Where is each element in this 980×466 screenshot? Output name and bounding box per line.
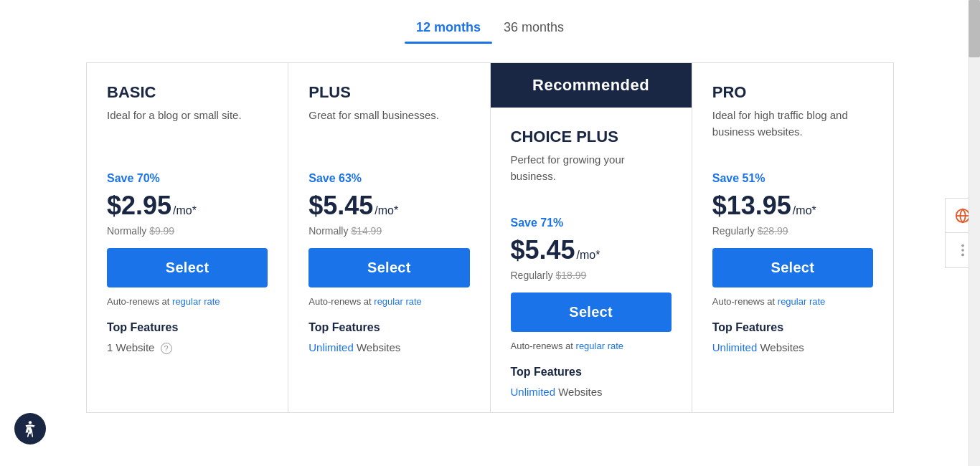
choice-plus-feature-1: Unlimited Websites bbox=[511, 386, 672, 398]
plus-plan-desc: Great for small businesses. bbox=[308, 108, 469, 158]
pro-normal-value: $28.99 bbox=[758, 225, 788, 237]
svg-point-2 bbox=[961, 244, 964, 247]
choice-plus-normal-value: $18.99 bbox=[556, 270, 587, 281]
basic-feature-1-text: 1 Website bbox=[107, 341, 154, 353]
basic-save: Save 70% bbox=[107, 172, 268, 185]
choice-plus-select-button[interactable]: Select bbox=[511, 293, 672, 332]
basic-feature-1: 1 Website ? bbox=[107, 341, 268, 354]
plan-pro: PRO Ideal for high traffic blog and busi… bbox=[692, 63, 893, 412]
basic-auto-renew-link[interactable]: regular rate bbox=[172, 296, 220, 307]
choice-plus-price-normal: Regularly $18.99 bbox=[511, 270, 672, 281]
pro-plan-desc: Ideal for high traffic blog and business… bbox=[712, 108, 873, 158]
basic-price-normal: Normally $9.99 bbox=[107, 225, 268, 237]
choice-plus-plan-desc: Perfect for growing your business. bbox=[511, 152, 672, 202]
choice-plus-save: Save 71% bbox=[511, 217, 672, 229]
plus-price-suffix: /mo* bbox=[374, 204, 398, 217]
choice-plus-price: $5.45 bbox=[511, 235, 575, 265]
basic-price-suffix: /mo* bbox=[173, 204, 197, 217]
pro-body: PRO Ideal for high traffic blog and busi… bbox=[692, 63, 893, 368]
choice-plus-plan-name: CHOICE PLUS bbox=[511, 128, 672, 146]
tab-36-months[interactable]: 36 months bbox=[492, 14, 575, 41]
pro-price-row: $13.95 /mo* bbox=[712, 191, 873, 221]
basic-plan-desc: Ideal for a blog or small site. bbox=[107, 108, 268, 158]
pro-price-normal: Regularly $28.99 bbox=[712, 225, 873, 237]
pro-feature-1b: Websites bbox=[760, 341, 804, 353]
plus-auto-renew-text: Auto-renews at bbox=[308, 296, 371, 307]
plan-plus: PLUS Great for small businesses. Save 63… bbox=[288, 63, 490, 412]
plus-normal-value: $14.99 bbox=[351, 225, 382, 237]
tab-toggle: 12 months 36 months bbox=[0, 0, 980, 62]
basic-help-icon[interactable]: ? bbox=[161, 343, 172, 354]
choice-plus-auto-renew: Auto-renews at regular rate bbox=[511, 341, 672, 351]
basic-price-row: $2.95 /mo* bbox=[107, 191, 268, 221]
plus-feature-1: Unlimited Websites bbox=[308, 341, 469, 353]
pro-auto-renew-link[interactable]: regular rate bbox=[778, 296, 825, 307]
page-wrapper: 12 months 36 months BASIC Ideal for a bl… bbox=[0, 0, 980, 413]
plan-basic: BASIC Ideal for a blog or small site. Sa… bbox=[87, 63, 288, 412]
plus-feature-1-link[interactable]: Unlimited bbox=[308, 341, 354, 353]
pro-feature-1: Unlimited Websites bbox=[712, 341, 873, 353]
pro-select-button[interactable]: Select bbox=[712, 248, 873, 287]
basic-auto-renew: Auto-renews at regular rate bbox=[107, 296, 268, 307]
plus-plan-name: PLUS bbox=[308, 83, 469, 102]
recommended-banner: Recommended bbox=[491, 63, 692, 108]
scrollbar-track[interactable] bbox=[969, 0, 980, 413]
plus-top-features-label: Top Features bbox=[308, 321, 469, 334]
basic-price: $2.95 bbox=[107, 191, 171, 221]
scrollbar-thumb[interactable] bbox=[969, 0, 980, 57]
tab-12-months[interactable]: 12 months bbox=[405, 14, 492, 41]
basic-body: BASIC Ideal for a blog or small site. Sa… bbox=[87, 63, 288, 368]
plus-price-normal: Normally $14.99 bbox=[308, 225, 469, 237]
plus-price-row: $5.45 /mo* bbox=[308, 191, 469, 221]
choice-plus-body: CHOICE PLUS Perfect for growing your bus… bbox=[491, 108, 692, 412]
basic-normal-label: Normally bbox=[107, 225, 146, 237]
choice-plus-price-suffix: /mo* bbox=[577, 249, 600, 262]
choice-plus-feature-1-link[interactable]: Unlimited bbox=[511, 386, 556, 398]
basic-auto-renew-text: Auto-renews at bbox=[107, 296, 169, 307]
choice-plus-top-features-label: Top Features bbox=[511, 366, 672, 379]
plus-normal-label: Normally bbox=[308, 225, 348, 237]
basic-top-features-label: Top Features bbox=[107, 321, 268, 334]
plus-auto-renew-link[interactable]: regular rate bbox=[374, 296, 421, 307]
pro-price-suffix: /mo* bbox=[793, 204, 816, 217]
basic-select-button[interactable]: Select bbox=[107, 248, 268, 287]
plus-feature-1b: Websites bbox=[357, 341, 400, 353]
svg-point-3 bbox=[961, 249, 964, 252]
pro-auto-renew: Auto-renews at regular rate bbox=[712, 296, 873, 307]
pro-save: Save 51% bbox=[712, 172, 873, 185]
svg-point-4 bbox=[961, 254, 964, 257]
choice-plus-auto-renew-text: Auto-renews at bbox=[511, 341, 573, 351]
basic-plan-name: BASIC bbox=[107, 83, 268, 102]
pro-auto-renew-text: Auto-renews at bbox=[712, 296, 775, 307]
pro-top-features-label: Top Features bbox=[712, 321, 873, 334]
plans-container: BASIC Ideal for a blog or small site. Sa… bbox=[86, 62, 894, 413]
plus-select-button[interactable]: Select bbox=[308, 248, 469, 287]
plus-price: $5.45 bbox=[308, 191, 373, 221]
plus-body: PLUS Great for small businesses. Save 63… bbox=[288, 63, 489, 368]
choice-plus-normal-label: Regularly bbox=[511, 270, 553, 281]
choice-plus-feature-1b: Websites bbox=[558, 386, 602, 398]
pro-feature-1-link[interactable]: Unlimited bbox=[712, 341, 758, 353]
choice-plus-auto-renew-link[interactable]: regular rate bbox=[576, 341, 623, 351]
choice-plus-price-row: $5.45 /mo* bbox=[511, 235, 672, 265]
plan-choice-plus: Recommended CHOICE PLUS Perfect for grow… bbox=[491, 63, 692, 412]
pro-plan-name: PRO bbox=[712, 83, 873, 102]
pro-price: $13.95 bbox=[712, 191, 791, 221]
plus-save: Save 63% bbox=[308, 172, 469, 185]
basic-normal-value: $9.99 bbox=[149, 225, 174, 237]
plus-auto-renew: Auto-renews at regular rate bbox=[308, 296, 469, 307]
pro-normal-label: Regularly bbox=[712, 225, 755, 237]
